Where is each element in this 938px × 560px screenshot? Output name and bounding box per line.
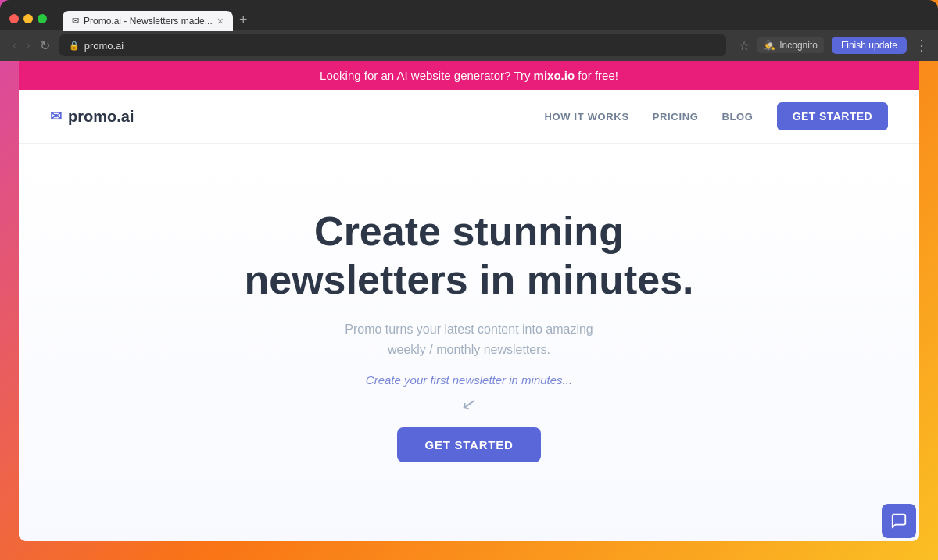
url-text: promo.ai xyxy=(84,40,124,52)
chat-widget-button[interactable] xyxy=(882,504,916,538)
tab-close-button[interactable]: × xyxy=(217,16,224,27)
minimize-button[interactable] xyxy=(23,14,33,23)
incognito-label: Incognito xyxy=(779,40,818,51)
forward-button[interactable]: › xyxy=(23,37,33,54)
browser-actions: ☆ 🕵 Incognito Finish update ⋮ xyxy=(739,37,929,54)
banner-text-before: Looking for an AI website generator? Try xyxy=(320,69,534,82)
active-tab[interactable]: ✉ Promo.ai - Newsletters made... × xyxy=(63,11,233,31)
nav-link-how-it-works[interactable]: HOW IT WORKS xyxy=(545,111,629,123)
traffic-lights xyxy=(9,14,47,23)
more-options-button[interactable]: ⋮ xyxy=(915,37,929,54)
logo-icon: ✉ xyxy=(50,108,62,125)
maximize-button[interactable] xyxy=(38,14,47,23)
nav-link-pricing[interactable]: PRICING xyxy=(653,111,699,123)
hero-section: Create stunning newsletters in minutes. … xyxy=(19,144,919,541)
browser-chrome: ✉ Promo.ai - Newsletters made... × + ‹ ›… xyxy=(0,0,938,61)
address-field[interactable]: 🔒 promo.ai xyxy=(59,34,727,56)
tab-title: Promo.ai - Newsletters made... xyxy=(84,16,213,27)
hero-get-started-button[interactable]: GET STARTED xyxy=(397,427,542,462)
address-bar: ‹ › ↻ 🔒 promo.ai ☆ 🕵 Incognito Finish up… xyxy=(0,30,938,61)
arrow-down-icon: ↙ xyxy=(460,392,479,416)
lock-icon: 🔒 xyxy=(69,41,80,51)
chat-icon xyxy=(890,512,908,530)
nav-links: HOW IT WORKS PRICING BLOG GET STARTED xyxy=(545,102,888,130)
reload-button[interactable]: ↻ xyxy=(37,37,53,55)
new-tab-button[interactable]: + xyxy=(233,9,254,31)
incognito-badge: 🕵 Incognito xyxy=(757,37,824,53)
back-button[interactable]: ‹ xyxy=(9,37,20,54)
close-button[interactable] xyxy=(9,14,19,23)
title-bar: ✉ Promo.ai - Newsletters made... × + xyxy=(0,0,938,30)
nav-link-blog[interactable]: BLOG xyxy=(721,111,753,123)
finish-update-button[interactable]: Finish update xyxy=(832,37,907,54)
bookmark-icon[interactable]: ☆ xyxy=(739,38,750,53)
website-content: ✉ promo.ai HOW IT WORKS PRICING BLOG GET… xyxy=(19,90,919,541)
hero-title: Create stunning newsletters in minutes. xyxy=(234,207,704,305)
promo-banner[interactable]: Looking for an AI website generator? Try… xyxy=(19,61,919,90)
hero-cta-text: Create your first newsletter in minutes.… xyxy=(366,373,572,387)
banner-text-after: for free! xyxy=(575,69,618,82)
site-navbar: ✉ promo.ai HOW IT WORKS PRICING BLOG GET… xyxy=(19,90,919,144)
tabs-bar: ✉ Promo.ai - Newsletters made... × + xyxy=(53,9,899,31)
incognito-icon: 🕵 xyxy=(764,40,775,51)
browser-window: Looking for an AI website generator? Try… xyxy=(19,61,919,541)
navigation-buttons: ‹ › ↻ xyxy=(9,37,53,55)
nav-get-started-button[interactable]: GET STARTED xyxy=(777,102,888,130)
logo-text: promo.ai xyxy=(68,108,134,126)
tab-favicon: ✉ xyxy=(72,16,79,26)
hero-subtitle: Promo turns your latest content into ama… xyxy=(328,319,610,359)
banner-link[interactable]: mixo.io xyxy=(534,69,575,82)
site-logo: ✉ promo.ai xyxy=(50,108,134,126)
